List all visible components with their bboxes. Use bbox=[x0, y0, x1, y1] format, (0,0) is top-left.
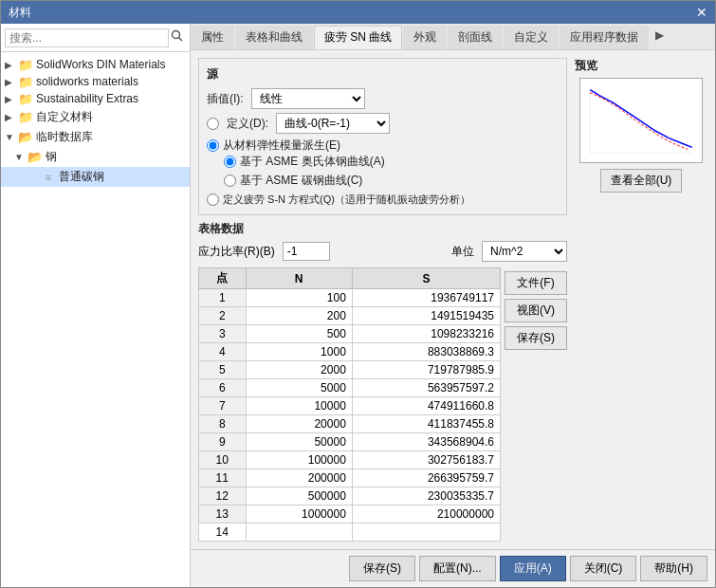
cell-n-6[interactable]: 10000 bbox=[246, 397, 352, 415]
table-row[interactable]: 131000000210000000 bbox=[199, 505, 501, 524]
cell-s-12[interactable]: 210000000 bbox=[352, 505, 500, 524]
save-table-button[interactable]: 保存(S) bbox=[505, 326, 567, 350]
tab-appearance[interactable]: 外观 bbox=[403, 26, 447, 49]
col-header-n: N bbox=[246, 268, 352, 289]
bottom-apply-button[interactable]: 应用(A) bbox=[500, 556, 566, 581]
close-button[interactable]: ✕ bbox=[696, 5, 707, 20]
cell-point-8[interactable]: 9 bbox=[199, 433, 247, 451]
table-row[interactable]: 820000411837455.8 bbox=[199, 415, 501, 433]
cell-point-12[interactable]: 13 bbox=[199, 505, 247, 524]
table-row[interactable]: 52000719787985.9 bbox=[199, 361, 501, 379]
cell-n-9[interactable]: 100000 bbox=[246, 451, 352, 469]
cell-s-5[interactable]: 563957597.2 bbox=[352, 379, 500, 397]
source-title: 源 bbox=[207, 66, 559, 83]
bottom-close-button[interactable]: 关闭(C) bbox=[570, 556, 637, 581]
view-button[interactable]: 视图(V) bbox=[505, 299, 567, 322]
table-row[interactable]: 950000343568904.6 bbox=[199, 433, 501, 451]
view-all-button[interactable]: 查看全部(U) bbox=[600, 169, 683, 193]
cell-s-13[interactable] bbox=[352, 524, 500, 542]
cell-s-2[interactable]: 1098233216 bbox=[352, 325, 500, 343]
bottom-save-button[interactable]: 保存(S) bbox=[349, 556, 415, 581]
cell-n-8[interactable]: 50000 bbox=[246, 433, 352, 451]
cell-point-5[interactable]: 6 bbox=[199, 379, 247, 397]
cell-n-11[interactable]: 500000 bbox=[246, 487, 352, 505]
unit-select[interactable]: N/m^2 bbox=[482, 241, 567, 262]
cell-n-10[interactable]: 200000 bbox=[246, 469, 352, 487]
tab-table-curves[interactable]: 表格和曲线 bbox=[235, 26, 313, 49]
expand-icon: ▶ bbox=[5, 94, 18, 104]
asme-austenitic-radio[interactable] bbox=[224, 156, 236, 168]
cell-n-1[interactable]: 200 bbox=[246, 307, 352, 325]
tree-item-temp-database[interactable]: ▼ 📂 临时数据库 bbox=[1, 127, 190, 147]
bottom-config-button[interactable]: 配置(N)... bbox=[419, 556, 496, 581]
bottom-help-button[interactable]: 帮助(H) bbox=[640, 556, 707, 581]
cell-n-12[interactable]: 1000000 bbox=[246, 505, 352, 524]
search-button[interactable] bbox=[169, 28, 186, 47]
cell-s-0[interactable]: 1936749117 bbox=[352, 289, 500, 307]
cell-n-7[interactable]: 20000 bbox=[246, 415, 352, 433]
cell-n-0[interactable]: 100 bbox=[246, 289, 352, 307]
asme-carbon-radio[interactable] bbox=[224, 175, 236, 187]
tree-item-solidworks-materials[interactable]: ▶ 📁 solidworks materials bbox=[1, 73, 190, 90]
cell-n-5[interactable]: 5000 bbox=[246, 379, 352, 397]
table-row[interactable]: 12500000230035335.7 bbox=[199, 487, 501, 505]
from-elastic-radio[interactable] bbox=[207, 139, 219, 152]
cell-point-6[interactable]: 7 bbox=[199, 397, 247, 415]
cell-s-9[interactable]: 302756183.7 bbox=[352, 451, 500, 469]
cell-n-3[interactable]: 1000 bbox=[246, 343, 352, 361]
cell-s-10[interactable]: 266395759.7 bbox=[352, 469, 500, 487]
define-sn-radio[interactable] bbox=[207, 193, 219, 206]
tab-properties[interactable]: 属性 bbox=[191, 26, 234, 49]
cell-point-13[interactable]: 14 bbox=[199, 524, 247, 542]
tree-item-custom-materials[interactable]: ▶ 📁 自定义材料 bbox=[1, 107, 190, 127]
cell-n-4[interactable]: 2000 bbox=[246, 361, 352, 379]
tab-fatigue-sn[interactable]: 疲劳 SN 曲线 bbox=[314, 26, 402, 49]
table-row[interactable]: 10100000302756183.7 bbox=[199, 451, 501, 469]
cell-s-11[interactable]: 230035335.7 bbox=[352, 487, 500, 505]
definition-radio[interactable] bbox=[207, 118, 219, 130]
stress-ratio-input[interactable] bbox=[283, 242, 330, 261]
cell-s-7[interactable]: 411837455.8 bbox=[352, 415, 500, 433]
cell-point-2[interactable]: 3 bbox=[199, 325, 247, 343]
tree-item-plain-carbon-steel[interactable]: ≡ 普通碳钢 bbox=[1, 167, 190, 187]
tree-item-solidworks-din[interactable]: ▶ 📁 SolidWorks DIN Materials bbox=[1, 56, 190, 73]
table-row[interactable]: 11200000266395759.7 bbox=[199, 469, 501, 487]
table-row[interactable]: 65000563957597.2 bbox=[199, 379, 501, 397]
table-row[interactable]: 14 bbox=[199, 524, 501, 542]
table-row[interactable]: 710000474911660.8 bbox=[199, 397, 501, 415]
tab-custom[interactable]: 自定义 bbox=[504, 26, 559, 49]
table-row[interactable]: 11001936749117 bbox=[199, 289, 501, 307]
cell-point-4[interactable]: 5 bbox=[199, 361, 247, 379]
cell-point-0[interactable]: 1 bbox=[199, 289, 247, 307]
table-row[interactable]: 41000883038869.3 bbox=[199, 343, 501, 361]
main-content: ▶ 📁 SolidWorks DIN Materials ▶ 📁 solidwo… bbox=[1, 24, 715, 587]
file-button[interactable]: 文件(F) bbox=[505, 271, 567, 295]
tree-item-sustainability[interactable]: ▶ 📁 Sustainability Extras bbox=[1, 90, 190, 107]
cell-point-10[interactable]: 11 bbox=[199, 469, 247, 487]
folder-icon: 📁 bbox=[18, 92, 33, 105]
from-elastic-label: 从材料弹性模量派生(E) bbox=[223, 138, 340, 154]
cell-n-13[interactable] bbox=[246, 524, 352, 542]
cell-point-11[interactable]: 12 bbox=[199, 487, 247, 505]
cell-point-3[interactable]: 4 bbox=[199, 343, 247, 361]
cell-s-4[interactable]: 719787985.9 bbox=[352, 361, 500, 379]
cell-n-2[interactable]: 500 bbox=[246, 325, 352, 343]
cell-s-6[interactable]: 474911660.8 bbox=[352, 397, 500, 415]
cell-point-1[interactable]: 2 bbox=[199, 307, 247, 325]
cell-s-1[interactable]: 1491519435 bbox=[352, 307, 500, 325]
search-input[interactable] bbox=[5, 28, 169, 47]
table-row[interactable]: 35001098233216 bbox=[199, 325, 501, 343]
cell-point-9[interactable]: 10 bbox=[199, 451, 247, 469]
tree-label: 自定义材料 bbox=[36, 109, 93, 125]
tab-app-data[interactable]: 应用程序数据 bbox=[560, 26, 649, 49]
definition-select[interactable]: 曲线-0(R=-1) bbox=[276, 113, 390, 134]
cell-s-8[interactable]: 343568904.6 bbox=[352, 433, 500, 451]
tab-scroll-right[interactable]: ▶ bbox=[650, 26, 670, 49]
expand-icon: ▶ bbox=[5, 60, 18, 70]
cell-point-7[interactable]: 8 bbox=[199, 415, 247, 433]
cell-s-3[interactable]: 883038869.3 bbox=[352, 343, 500, 361]
table-row[interactable]: 22001491519435 bbox=[199, 307, 501, 325]
tab-cross-section[interactable]: 剖面线 bbox=[448, 26, 503, 49]
tree-item-steel[interactable]: ▼ 📂 钢 bbox=[1, 147, 190, 167]
interpolation-select[interactable]: 线性 bbox=[251, 88, 365, 109]
